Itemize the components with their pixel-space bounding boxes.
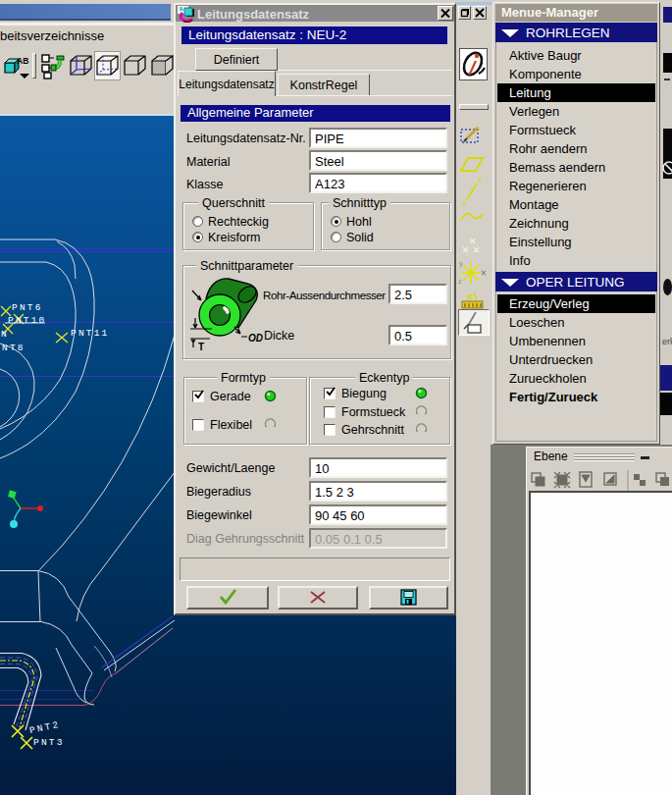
svg-text:OD: OD <box>248 333 263 344</box>
svg-text:y: y <box>459 260 463 268</box>
svg-text:z: z <box>458 278 462 285</box>
svg-text:T: T <box>198 342 204 352</box>
svg-text:AB: AB <box>17 56 28 66</box>
